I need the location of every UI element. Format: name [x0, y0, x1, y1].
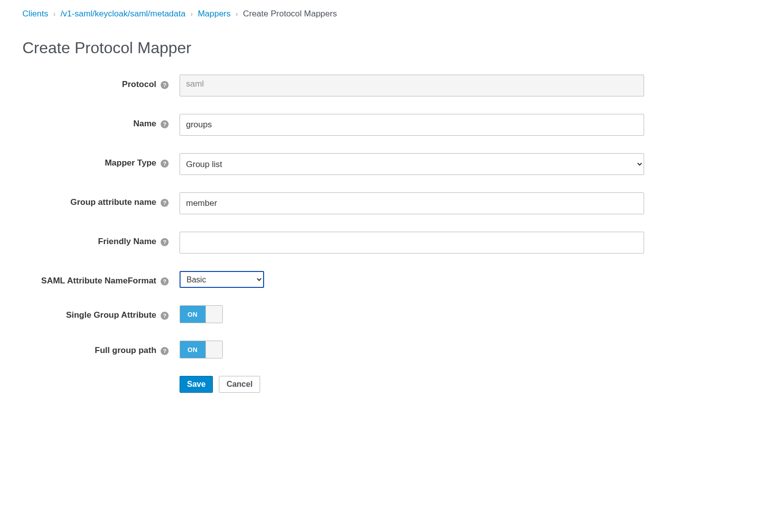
row-group-attribute-name: Group attribute name ? [22, 192, 644, 214]
help-icon[interactable]: ? [161, 160, 169, 168]
row-buttons: Save Cancel [22, 376, 644, 393]
save-button[interactable]: Save [180, 376, 213, 393]
row-full-group-path: Full group path ? ON [22, 341, 644, 358]
row-mapper-type: Mapper Type ? Group list [22, 153, 644, 175]
label-saml-attribute-nameformat: SAML Attribute NameFormat ? [22, 271, 180, 287]
breadcrumb: Clients › /v1-saml/keycloak/saml/metadat… [22, 9, 735, 19]
help-icon[interactable]: ? [161, 347, 169, 355]
name-input[interactable] [180, 114, 644, 136]
label-single-group-attribute: Single Group Attribute ? [22, 305, 180, 322]
label-name: Name ? [22, 114, 180, 130]
single-group-attribute-toggle[interactable]: ON [180, 305, 223, 323]
row-single-group-attribute: Single Group Attribute ? ON [22, 305, 644, 323]
cancel-button[interactable]: Cancel [219, 376, 260, 393]
label-mapper-type: Mapper Type ? [22, 153, 180, 170]
page-title: Create Protocol Mapper [22, 39, 735, 57]
help-icon[interactable]: ? [161, 312, 169, 320]
toggle-on-label: ON [180, 306, 205, 323]
full-group-path-toggle[interactable]: ON [180, 341, 223, 358]
friendly-name-input[interactable] [180, 232, 644, 254]
label-group-attribute-name: Group attribute name ? [22, 192, 180, 209]
saml-attribute-nameformat-select[interactable]: Basic [180, 271, 264, 288]
help-icon[interactable]: ? [161, 81, 169, 89]
row-saml-attribute-nameformat: SAML Attribute NameFormat ? Basic [22, 271, 644, 288]
breadcrumb-current: Create Protocol Mappers [243, 9, 337, 19]
help-icon[interactable]: ? [161, 238, 169, 246]
label-full-group-path: Full group path ? [22, 341, 180, 357]
label-friendly-name: Friendly Name ? [22, 232, 180, 248]
toggle-knob [205, 341, 222, 358]
protocol-input: saml [180, 75, 644, 96]
group-attribute-name-input[interactable] [180, 192, 644, 214]
help-icon[interactable]: ? [161, 120, 169, 128]
breadcrumb-mappers[interactable]: Mappers [198, 9, 231, 19]
help-icon[interactable]: ? [161, 199, 169, 207]
chevron-right-icon: › [190, 10, 193, 18]
toggle-on-label: ON [180, 341, 205, 358]
label-protocol: Protocol ? [22, 75, 180, 91]
row-protocol: Protocol ? saml [22, 75, 644, 96]
create-mapper-form: Protocol ? saml Name ? Mapper Type ? Gro… [22, 75, 644, 393]
mapper-type-select[interactable]: Group list [180, 153, 644, 175]
row-friendly-name: Friendly Name ? [22, 232, 644, 254]
row-name: Name ? [22, 114, 644, 136]
chevron-right-icon: › [53, 10, 56, 18]
help-icon[interactable]: ? [161, 277, 169, 285]
chevron-right-icon: › [236, 10, 238, 18]
toggle-knob [205, 306, 222, 323]
breadcrumb-clients[interactable]: Clients [22, 9, 48, 19]
breadcrumb-client-path[interactable]: /v1-saml/keycloak/saml/metadata [61, 9, 186, 19]
